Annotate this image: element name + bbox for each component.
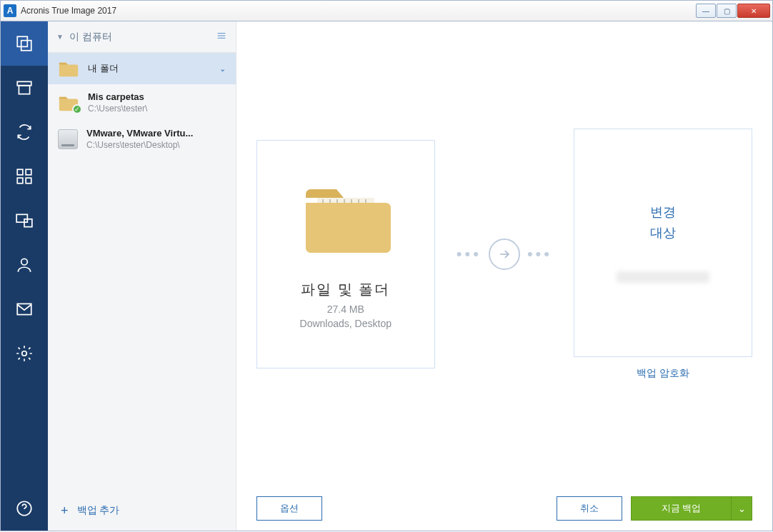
backup-now-button[interactable]: 지금 백업 [631, 496, 731, 521]
backup-list-header[interactable]: ▼ 이 컴퓨터 [48, 21, 236, 53]
folder-icon [58, 60, 79, 77]
svg-rect-0 [17, 36, 27, 46]
nav-messages[interactable] [1, 287, 48, 331]
nav-account[interactable] [1, 243, 48, 287]
source-heading: 파일 및 폴더 [301, 280, 390, 299]
nav-rail [1, 21, 48, 531]
maximize-button[interactable]: ▢ [717, 4, 737, 18]
transfer-arrow: ••• ••• [457, 239, 552, 270]
svg-rect-9 [24, 219, 32, 227]
backup-now-dropdown[interactable]: ⌄ [731, 496, 752, 521]
encrypt-backup-link[interactable]: 백업 암호화 [637, 367, 689, 380]
help-icon [15, 499, 34, 518]
nav-settings[interactable] [1, 331, 48, 376]
gear-icon [15, 344, 34, 363]
person-icon [15, 256, 34, 274]
nav-dashboard[interactable] [1, 154, 48, 199]
destination-label: 변경 대상 [650, 202, 676, 244]
backup-item-title: VMware, VMware Virtu... [86, 128, 193, 139]
backup-item-title: 내 폴더 [88, 62, 119, 75]
backup-list-panel: ▼ 이 컴퓨터 내 폴더 ⌄ ✓ Mis carpetas C:\Users\t… [48, 21, 236, 531]
add-backup-label: 백업 추가 [77, 504, 120, 517]
backup-item[interactable]: ✓ Mis carpetas C:\Users\tester\ [48, 84, 236, 121]
svg-point-10 [21, 259, 28, 265]
backup-source-card[interactable]: 파일 및 폴더 27.4 MB Downloads, Desktop [256, 140, 435, 368]
plus-icon: + [61, 503, 69, 518]
backup-item-title: Mis carpetas [88, 91, 147, 102]
titlebar: A Acronis True Image 2017 — ▢ ✕ [0, 0, 773, 21]
svg-rect-5 [26, 169, 31, 175]
chevron-down-icon: ▼ [56, 33, 64, 41]
dots-icon: ••• [457, 245, 482, 264]
minimize-button[interactable]: — [696, 4, 716, 18]
devices-icon [15, 211, 34, 230]
svg-rect-4 [17, 169, 23, 175]
destination-placeholder [617, 271, 709, 283]
list-menu-icon[interactable] [216, 30, 227, 44]
sync-icon [15, 123, 34, 141]
nav-archive[interactable] [1, 66, 48, 110]
dots-icon: ••• [527, 245, 552, 264]
backup-item-path: C:\Users\tester\Desktop\ [86, 140, 193, 150]
window-title: Acronis True Image 2017 [21, 6, 695, 16]
chevron-down-icon[interactable]: ⌄ [219, 64, 226, 74]
mail-icon [15, 300, 34, 318]
source-size: 27.4 MB [327, 303, 364, 315]
backup-item-path: C:\Users\tester\ [88, 104, 147, 114]
nav-sync[interactable] [1, 110, 48, 154]
main-content: 파일 및 폴더 27.4 MB Downloads, Desktop ••• •… [236, 21, 772, 531]
footer-bar: 옵션 취소 지금 백업 ⌄ [236, 486, 772, 531]
status-ok-badge: ✓ [72, 104, 82, 114]
backup-destination-card[interactable]: 변경 대상 [574, 129, 752, 357]
cancel-button[interactable]: 취소 [557, 496, 622, 521]
nav-devices[interactable] [1, 199, 48, 243]
source-detail: Downloads, Desktop [300, 318, 392, 329]
options-button[interactable]: 옵션 [256, 496, 322, 521]
backup-list-title: 이 컴퓨터 [69, 31, 112, 44]
app-icon: A [4, 4, 16, 17]
svg-rect-6 [17, 178, 23, 184]
svg-rect-7 [26, 178, 31, 184]
svg-point-12 [22, 351, 27, 356]
backup-item-selected[interactable]: 내 폴더 ⌄ [48, 53, 236, 84]
nav-help[interactable] [1, 486, 48, 531]
backup-item[interactable]: VMware, VMware Virtu... C:\Users\tester\… [48, 121, 236, 157]
copy-icon [15, 34, 34, 53]
folder-large-icon [296, 179, 396, 267]
archive-icon [15, 79, 34, 97]
add-backup-button[interactable]: + 백업 추가 [48, 491, 236, 531]
close-button[interactable]: ✕ [737, 4, 770, 18]
svg-rect-3 [19, 86, 29, 94]
svg-rect-1 [21, 41, 31, 51]
disk-icon [58, 129, 78, 149]
arrow-circle-icon [489, 239, 520, 270]
nav-backup[interactable] [1, 21, 48, 66]
grid-icon [15, 167, 34, 186]
folder-icon: ✓ [58, 94, 79, 111]
svg-rect-8 [16, 214, 27, 222]
